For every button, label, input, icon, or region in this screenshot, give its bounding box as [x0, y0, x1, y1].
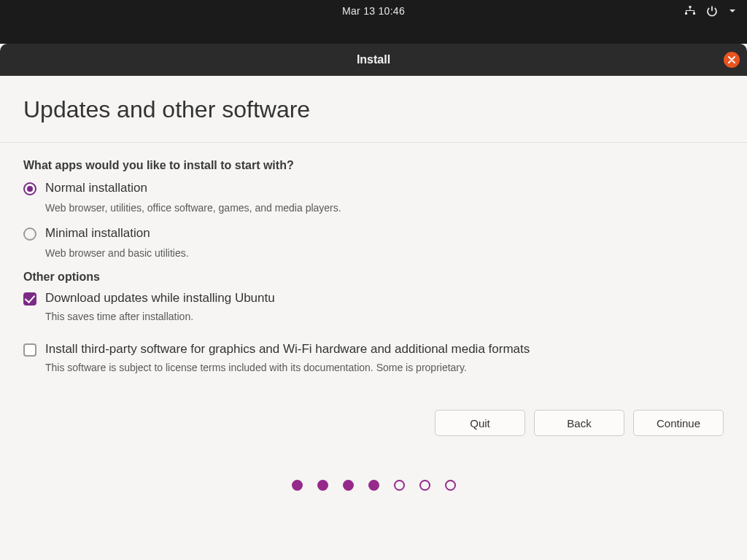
titlebar: Install [0, 44, 747, 76]
page-heading: Updates and other software [23, 96, 724, 123]
svg-rect-3 [686, 10, 686, 12]
radio-icon [23, 228, 36, 241]
progress-dot [445, 480, 456, 491]
radio-minimal-desc: Web browser and basic utilities. [45, 246, 724, 261]
close-icon [728, 56, 735, 63]
continue-button[interactable]: Continue [633, 410, 724, 436]
radio-normal-desc: Web browser, utilities, office software,… [45, 201, 724, 216]
svg-rect-0 [689, 6, 692, 8]
checkbox-download-updates-desc: This saves time after installation. [45, 310, 724, 324]
progress-dot [419, 480, 430, 491]
other-options-heading: Other options [23, 271, 724, 284]
quit-button[interactable]: Quit [435, 410, 525, 436]
checkbox-third-party-desc: This software is subject to license term… [45, 361, 724, 376]
progress-dot [394, 480, 405, 491]
back-button[interactable]: Back [534, 410, 624, 436]
progress-dot [292, 480, 303, 491]
svg-rect-5 [685, 12, 687, 15]
progress-dot [317, 480, 328, 491]
checkbox-download-updates-label: Download updates while installing Ubuntu [45, 291, 275, 306]
clock: Mar 13 10:46 [342, 5, 405, 17]
checkbox-icon [23, 292, 36, 306]
power-icon[interactable] [706, 5, 718, 17]
svg-rect-1 [690, 8, 691, 10]
radio-normal-installation[interactable]: Normal installation [23, 181, 724, 197]
checkbox-download-updates[interactable]: Download updates while installing Ubuntu [23, 291, 724, 307]
svg-rect-2 [686, 10, 694, 11]
chevron-down-icon[interactable] [728, 7, 737, 15]
radio-icon [23, 182, 36, 195]
checkbox-icon [23, 343, 36, 357]
progress-dot [343, 480, 354, 491]
content: Updates and other software What apps wou… [0, 76, 747, 375]
progress-dots [0, 480, 747, 491]
window-title: Install [357, 53, 390, 66]
svg-rect-6 [693, 12, 695, 15]
svg-rect-4 [694, 10, 694, 12]
radio-normal-label: Normal installation [45, 181, 147, 195]
separator [0, 142, 747, 143]
top-panel: Mar 13 10:46 [0, 0, 747, 22]
checkbox-third-party[interactable]: Install third-party software for graphic… [23, 342, 724, 358]
progress-dot [368, 480, 379, 491]
panel-gap [0, 22, 747, 44]
radio-minimal-installation[interactable]: Minimal installation [23, 226, 724, 242]
network-icon[interactable] [684, 5, 696, 17]
system-tray[interactable] [684, 0, 737, 22]
checkbox-third-party-label: Install third-party software for graphic… [45, 342, 530, 357]
installer-window: Install Updates and other software What … [0, 44, 747, 491]
radio-minimal-label: Minimal installation [45, 226, 150, 241]
footer-actions: Quit Back Continue [0, 392, 747, 436]
close-button[interactable] [724, 52, 740, 68]
install-question: What apps would you like to install to s… [23, 159, 724, 172]
